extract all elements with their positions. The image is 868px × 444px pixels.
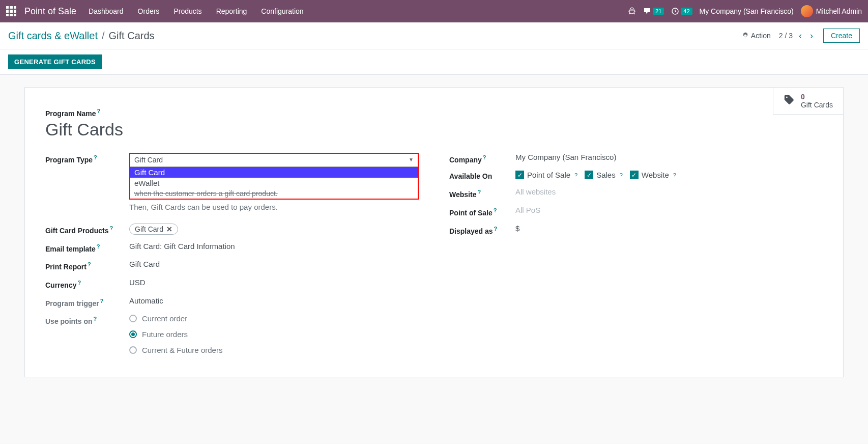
- help-icon[interactable]: ?: [494, 207, 497, 213]
- breadcrumb: Gift cards & eWallet / Gift Cards: [8, 30, 155, 42]
- dropdown-ghost-text: when the customer orders a gift card pro…: [130, 188, 418, 199]
- breadcrumb-parent[interactable]: Gift cards & eWallet: [8, 30, 98, 42]
- website-label: Website?: [449, 187, 515, 199]
- program-type-dropdown[interactable]: Gift Card ▼ Gift Card eWallet when the c…: [129, 153, 419, 200]
- nav-item-configuration[interactable]: Configuration: [261, 7, 303, 15]
- gift-card-products-label: Gift Card Products?: [45, 224, 129, 235]
- email-template-label: Email template?: [45, 242, 129, 253]
- company-label: Company?: [449, 153, 515, 164]
- bug-icon[interactable]: [628, 7, 636, 15]
- status-bar: GENERATE GIFT CARDS: [0, 49, 868, 75]
- help-icon[interactable]: ?: [574, 172, 577, 178]
- nav-item-orders[interactable]: Orders: [138, 7, 160, 15]
- stat-button-gift-cards[interactable]: 0 Gift Cards: [773, 88, 843, 115]
- help-icon[interactable]: ?: [88, 261, 91, 267]
- gift-card-product-tag[interactable]: Gift Card ✕: [129, 224, 178, 235]
- checkbox-icon: ✓: [630, 171, 639, 179]
- check-sales[interactable]: ✓ Sales?: [585, 171, 623, 179]
- help-icon[interactable]: ?: [109, 225, 113, 231]
- print-report-label: Print Report?: [45, 260, 129, 271]
- help-icon[interactable]: ?: [620, 172, 623, 178]
- avatar: [801, 5, 813, 17]
- chevron-down-icon: ▼: [409, 157, 414, 162]
- pager: 2 / 3 ‹ ›: [779, 31, 815, 41]
- nav-brand[interactable]: Point of Sale: [24, 6, 76, 17]
- pager-next-icon[interactable]: ›: [808, 31, 815, 41]
- program-type-selected[interactable]: Gift Card ▼: [130, 154, 418, 166]
- radio-icon: [129, 346, 137, 354]
- control-panel: Gift cards & eWallet / Gift Cards Action…: [0, 22, 868, 49]
- use-points-radio-group: Current order Future orders Current & Fu…: [129, 314, 419, 354]
- help-icon[interactable]: ?: [494, 226, 498, 232]
- program-trigger-label: Program trigger?: [45, 296, 129, 308]
- top-navbar: Point of Sale Dashboard Orders Products …: [0, 0, 868, 22]
- user-menu[interactable]: Mitchell Admin: [801, 5, 862, 17]
- program-name-label: Program Name?: [45, 108, 823, 118]
- tag-remove-icon[interactable]: ✕: [166, 225, 172, 233]
- company-value[interactable]: My Company (San Francisco): [515, 153, 823, 161]
- email-template-value[interactable]: Gift Card: Gift Card Information: [129, 242, 419, 251]
- pos-value[interactable]: All PoS: [515, 206, 823, 214]
- program-type-options: Gift Card eWallet when the customer orde…: [130, 166, 418, 199]
- program-name-value[interactable]: Gift Cards: [45, 120, 823, 140]
- check-website[interactable]: ✓ Website?: [630, 171, 676, 179]
- radio-current-order[interactable]: Current order: [129, 314, 419, 323]
- generate-gift-cards-button[interactable]: GENERATE GIFT CARDS: [8, 54, 102, 69]
- help-icon[interactable]: ?: [477, 189, 481, 195]
- create-button[interactable]: Create: [823, 29, 860, 43]
- tag-icon: [784, 94, 795, 108]
- program-type-label: Program Type?: [45, 153, 129, 164]
- pos-label: Point of Sale?: [449, 206, 515, 217]
- breadcrumb-separator: /: [102, 30, 105, 42]
- print-report-value[interactable]: Gift Card: [129, 260, 419, 268]
- website-value[interactable]: All websites: [515, 187, 823, 196]
- available-on-checks: ✓ Point of Sale? ✓ Sales? ✓ Website?: [515, 171, 823, 179]
- action-label: Action: [751, 32, 771, 40]
- program-trigger-value: Automatic: [129, 296, 419, 305]
- help-icon[interactable]: ?: [94, 154, 97, 160]
- dropdown-option-gift-card[interactable]: Gift Card: [130, 167, 418, 178]
- currency-value[interactable]: USD: [129, 278, 419, 287]
- company-switcher[interactable]: My Company (San Francisco): [700, 7, 794, 15]
- nav-item-dashboard[interactable]: Dashboard: [89, 7, 124, 15]
- apps-icon[interactable]: [6, 6, 16, 16]
- help-icon[interactable]: ?: [483, 154, 486, 160]
- pager-prev-icon[interactable]: ‹: [797, 31, 804, 41]
- checkbox-icon: ✓: [515, 171, 524, 179]
- displayed-as-value[interactable]: $: [515, 224, 823, 233]
- user-name: Mitchell Admin: [816, 7, 862, 15]
- currency-label: Currency?: [45, 278, 129, 289]
- messaging-icon[interactable]: 21: [643, 7, 664, 15]
- help-icon[interactable]: ?: [97, 243, 100, 249]
- use-points-label: Use points on?: [45, 314, 129, 325]
- nav-item-reporting[interactable]: Reporting: [216, 7, 247, 15]
- activity-icon[interactable]: 42: [671, 7, 692, 15]
- pager-text[interactable]: 2 / 3: [779, 32, 793, 40]
- stat-count: 0: [801, 93, 833, 101]
- radio-icon: [129, 330, 137, 338]
- radio-current-future-orders[interactable]: Current & Future orders: [129, 346, 419, 354]
- dropdown-option-ewallet[interactable]: eWallet: [130, 178, 418, 188]
- nav-menu: Dashboard Orders Products Reporting Conf…: [89, 7, 304, 15]
- breadcrumb-current: Gift Cards: [109, 30, 155, 42]
- stat-label: Gift Cards: [801, 101, 833, 109]
- gear-icon: [742, 32, 749, 39]
- help-icon[interactable]: ?: [77, 280, 81, 286]
- action-menu[interactable]: Action: [742, 32, 771, 40]
- check-point-of-sale[interactable]: ✓ Point of Sale?: [515, 171, 577, 179]
- radio-future-orders[interactable]: Future orders: [129, 330, 419, 339]
- form-sheet: 0 Gift Cards Program Name? Gift Cards Pr…: [24, 87, 844, 377]
- messaging-badge: 21: [653, 8, 664, 15]
- nav-item-products[interactable]: Products: [173, 7, 201, 15]
- displayed-as-label: Displayed as?: [449, 224, 515, 235]
- help-icon[interactable]: ?: [97, 108, 101, 114]
- help-icon[interactable]: ?: [94, 316, 97, 322]
- radio-icon: [129, 315, 137, 322]
- available-on-label: Available On: [449, 171, 515, 180]
- checkbox-icon: ✓: [585, 171, 593, 179]
- program-type-description: Then, Gift Cards can be used to pay orde…: [129, 203, 419, 211]
- help-icon[interactable]: ?: [100, 298, 104, 304]
- help-icon[interactable]: ?: [673, 172, 676, 178]
- activity-badge: 42: [681, 8, 692, 15]
